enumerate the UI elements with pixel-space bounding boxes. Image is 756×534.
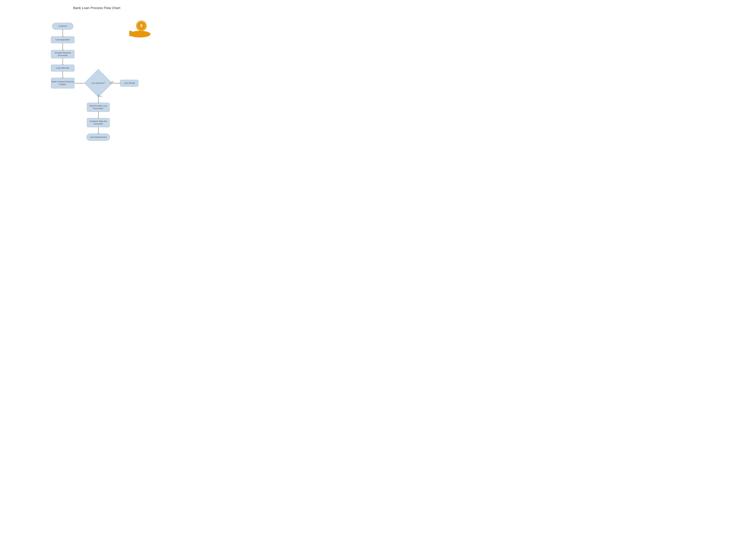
arrow-yes: [98, 94, 98, 103]
node-bank-provides: Bank Provides Loan Documents: [87, 103, 110, 112]
arrow-1: [63, 30, 63, 37]
arrow-7: [98, 127, 98, 134]
arrow-2: [63, 43, 63, 50]
node-loan-disbursement: Loan Disbursement: [87, 134, 110, 141]
node-loan-interview: Loan Interview: [51, 65, 74, 71]
arrow-4: [63, 71, 63, 78]
flowchart: $ Customer Loan Application Provides Req…: [29, 14, 165, 139]
page-title: Bank Loan Process Flow Chart: [73, 6, 121, 10]
node-loan-denied: Loan Denied: [120, 80, 138, 87]
node-bank-conducts: Bank Conducts Financial Analysis: [51, 78, 74, 89]
node-customer: Customer: [52, 23, 73, 30]
node-loan-approved: Loan Approved ?: [87, 72, 110, 94]
arrow-6: [98, 112, 98, 118]
node-provides-docs: Provides Required Documents: [51, 50, 74, 58]
label-no: No: [112, 81, 114, 83]
label-yes: Yes: [99, 95, 102, 97]
svg-point-0: [129, 31, 150, 38]
svg-rect-1: [129, 31, 132, 36]
svg-text:$: $: [140, 23, 143, 28]
node-loan-application: Loan Application: [51, 37, 74, 43]
loan-icon: $: [125, 19, 153, 39]
arrow-3: [63, 58, 63, 65]
node-customer-signs: Customer Signs the Document: [87, 118, 110, 127]
